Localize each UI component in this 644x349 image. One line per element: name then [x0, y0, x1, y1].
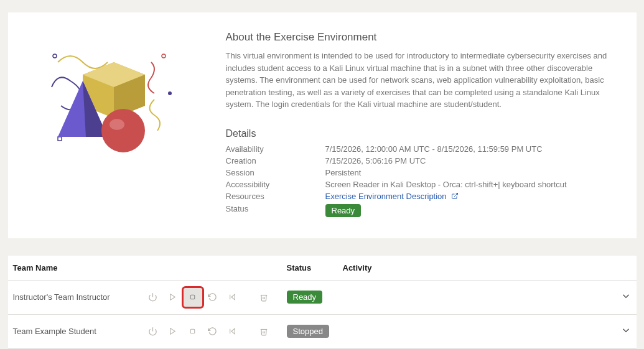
svg-rect-2 — [58, 137, 62, 141]
svg-marker-20 — [231, 328, 235, 334]
environment-illustration — [27, 31, 201, 168]
restart-button[interactable] — [203, 288, 222, 307]
detail-label: Resources — [226, 192, 325, 202]
power-button[interactable] — [144, 288, 162, 307]
svg-point-1 — [162, 54, 166, 58]
status-badge: Ready — [287, 291, 323, 304]
table-row: Instructor's Team Instructor Ready — [8, 281, 637, 315]
svg-marker-18 — [170, 328, 175, 335]
about-text: This virtual environment is intended to … — [226, 50, 618, 111]
detail-value: 7/15/2026, 12:00:00 AM UTC - 8/15/2026, … — [325, 144, 618, 154]
about-heading: About the Exercise Environment — [226, 31, 618, 44]
rewind-button[interactable] — [223, 322, 242, 341]
detail-availability: Availability 7/15/2026, 12:00:00 AM UTC … — [226, 144, 618, 154]
detail-label: Status — [226, 204, 325, 217]
play-button[interactable] — [164, 322, 182, 341]
delete-button[interactable] — [254, 288, 273, 307]
detail-creation: Creation 7/15/2026, 5:06:16 PM UTC — [226, 156, 618, 165]
status-badge: Ready — [325, 204, 362, 217]
header-status: Status — [287, 263, 343, 272]
power-button[interactable] — [144, 322, 162, 341]
svg-point-9 — [101, 109, 145, 152]
svg-point-3 — [168, 91, 172, 95]
detail-status: Status Ready — [226, 204, 618, 217]
status-badge: Stopped — [287, 325, 329, 338]
team-name-text: Instructor's Team Instructor — [13, 292, 144, 302]
header-team-name: Team Name — [13, 263, 287, 272]
detail-label: Creation — [226, 156, 325, 165]
external-link-icon — [451, 192, 459, 202]
details-heading: Details — [226, 128, 618, 139]
about-card: About the Exercise Environment This virt… — [8, 12, 637, 238]
svg-marker-15 — [231, 294, 235, 300]
detail-label: Session — [226, 168, 325, 177]
detail-value: 7/15/2026, 5:06:16 PM UTC — [325, 156, 618, 165]
info-column: About the Exercise Environment This virt… — [226, 31, 618, 220]
delete-button[interactable] — [254, 322, 273, 341]
play-button[interactable] — [164, 288, 182, 307]
detail-resources: Resources Exercise Environment Descripti… — [226, 192, 618, 202]
detail-label: Availability — [226, 144, 325, 154]
svg-line-11 — [454, 193, 458, 197]
detail-value: Screen Reader in Kali Desktop - Orca: ct… — [325, 180, 618, 189]
svg-point-0 — [53, 54, 57, 58]
detail-session: Session Persistent — [226, 168, 618, 177]
svg-rect-19 — [190, 329, 195, 333]
stop-button[interactable] — [184, 288, 202, 307]
rewind-button[interactable] — [223, 288, 242, 307]
detail-label: Accessibility — [226, 180, 325, 189]
svg-rect-14 — [190, 295, 195, 299]
resources-link[interactable]: Exercise Environment Description — [325, 192, 447, 201]
teams-table: Team Name Status Activity Instructor's T… — [8, 256, 637, 349]
detail-value: Persistent — [325, 168, 618, 177]
detail-value: Exercise Environment Description — [325, 192, 618, 202]
header-activity: Activity — [343, 263, 607, 272]
svg-point-10 — [110, 119, 124, 130]
detail-value: Ready — [325, 204, 618, 217]
chevron-down-icon[interactable] — [620, 325, 632, 338]
svg-marker-13 — [170, 294, 175, 300]
stop-button[interactable] — [184, 322, 202, 341]
restart-button[interactable] — [203, 322, 222, 341]
detail-accessibility: Accessibility Screen Reader in Kali Desk… — [226, 180, 618, 189]
chevron-down-icon[interactable] — [620, 291, 632, 304]
team-name-text: Team Example Student — [13, 327, 144, 336]
table-row: Team Example Student Stopped — [8, 315, 637, 349]
table-header-row: Team Name Status Activity — [8, 256, 637, 281]
